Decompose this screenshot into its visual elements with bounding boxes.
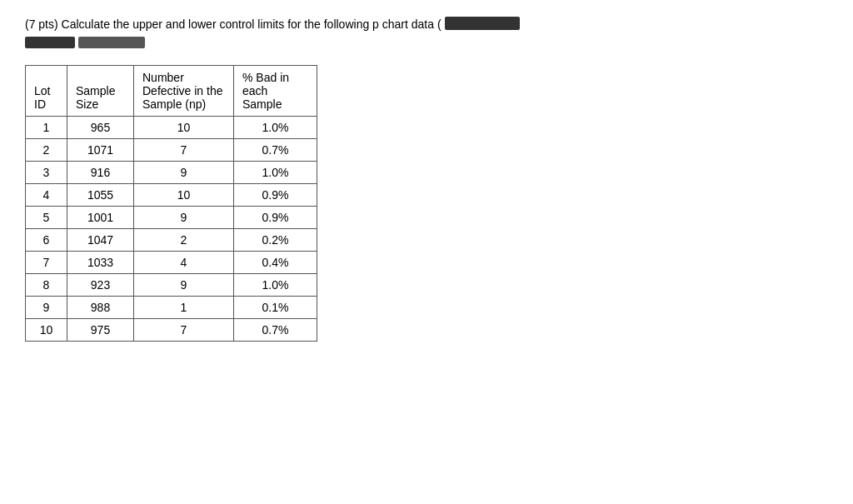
table-row: 1097570.7% — [26, 318, 317, 341]
question-header: (7 pts) Calculate the upper and lower co… — [25, 17, 828, 48]
cell-number-defective: 4 — [134, 251, 234, 273]
cell-sample-size: 1071 — [67, 138, 134, 161]
table-row: 6104720.2% — [26, 228, 317, 251]
redacted-block-3 — [78, 37, 145, 48]
table-header-row: LotID SampleSize NumberDefective in theS… — [26, 65, 317, 116]
cell-number-defective: 10 — [134, 116, 234, 138]
data-table: LotID SampleSize NumberDefective in theS… — [25, 65, 317, 342]
cell-lot-id: 2 — [26, 138, 67, 161]
table-row: 41055100.9% — [26, 183, 317, 206]
cell-lot-id: 3 — [26, 161, 67, 183]
cell-sample-size: 1055 — [67, 183, 134, 206]
cell-number-defective: 1 — [134, 296, 234, 318]
table-body: 1965101.0%2107170.7%391691.0%41055100.9%… — [26, 116, 317, 341]
cell-lot-id: 5 — [26, 206, 67, 228]
table-row: 998810.1% — [26, 296, 317, 318]
cell-percent-bad: 1.0% — [234, 116, 317, 138]
cell-lot-id: 7 — [26, 251, 67, 273]
cell-lot-id: 4 — [26, 183, 67, 206]
cell-sample-size: 1001 — [67, 206, 134, 228]
table-row: 2107170.7% — [26, 138, 317, 161]
cell-percent-bad: 1.0% — [234, 273, 317, 296]
cell-percent-bad: 0.7% — [234, 138, 317, 161]
cell-sample-size: 975 — [67, 318, 134, 341]
cell-lot-id: 6 — [26, 228, 67, 251]
cell-number-defective: 7 — [134, 318, 234, 341]
cell-number-defective: 7 — [134, 138, 234, 161]
cell-percent-bad: 0.7% — [234, 318, 317, 341]
table-row: 1965101.0% — [26, 116, 317, 138]
cell-lot-id: 9 — [26, 296, 67, 318]
cell-percent-bad: 0.4% — [234, 251, 317, 273]
table-row: 5100190.9% — [26, 206, 317, 228]
cell-sample-size: 965 — [67, 116, 134, 138]
redacted-block-1 — [445, 17, 520, 30]
cell-sample-size: 988 — [67, 296, 134, 318]
cell-percent-bad: 1.0% — [234, 161, 317, 183]
cell-lot-id: 8 — [26, 273, 67, 296]
cell-number-defective: 2 — [134, 228, 234, 251]
cell-number-defective: 9 — [134, 206, 234, 228]
redacted-block-2 — [25, 37, 75, 48]
table-row: 391691.0% — [26, 161, 317, 183]
cell-sample-size: 1047 — [67, 228, 134, 251]
cell-sample-size: 1033 — [67, 251, 134, 273]
cell-number-defective: 9 — [134, 273, 234, 296]
question-text: (7 pts) Calculate the upper and lower co… — [25, 17, 828, 33]
cell-percent-bad: 0.1% — [234, 296, 317, 318]
cell-sample-size: 923 — [67, 273, 134, 296]
cell-sample-size: 916 — [67, 161, 134, 183]
cell-percent-bad: 0.2% — [234, 228, 317, 251]
header-percent-bad: % Bad ineachSample — [234, 65, 317, 116]
header-sample-size: SampleSize — [67, 65, 134, 116]
table-row: 892391.0% — [26, 273, 317, 296]
header-lot-id: LotID — [26, 65, 67, 116]
cell-percent-bad: 0.9% — [234, 183, 317, 206]
redacted-row — [25, 37, 828, 48]
cell-lot-id: 10 — [26, 318, 67, 341]
cell-number-defective: 9 — [134, 161, 234, 183]
cell-number-defective: 10 — [134, 183, 234, 206]
cell-percent-bad: 0.9% — [234, 206, 317, 228]
cell-lot-id: 1 — [26, 116, 67, 138]
question-label: (7 pts) Calculate the upper and lower co… — [25, 17, 441, 33]
header-number-defective: NumberDefective in theSample (np) — [134, 65, 234, 116]
table-row: 7103340.4% — [26, 251, 317, 273]
